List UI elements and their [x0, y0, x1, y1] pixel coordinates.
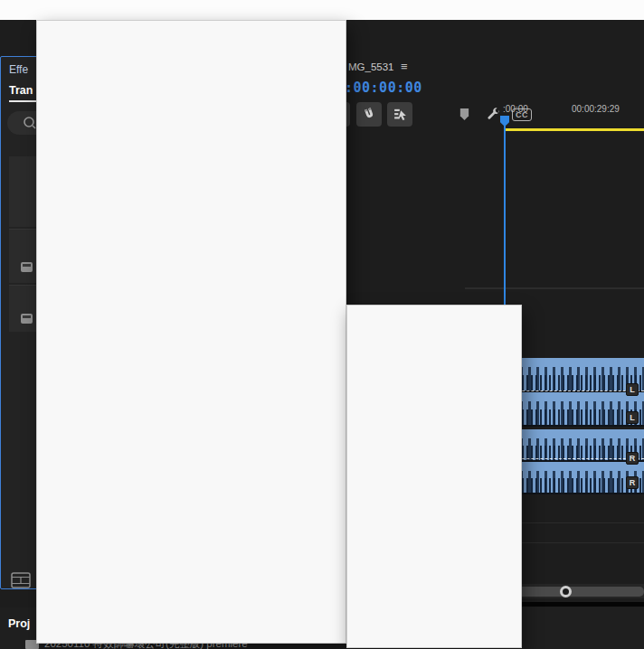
menubar: [0, 0, 644, 20]
channel-badge: R: [626, 476, 639, 489]
horizontal-scrollbar-thumb[interactable]: [504, 587, 644, 597]
active-tab-underline: [9, 100, 36, 102]
track-divider: [465, 287, 644, 289]
audio-clips: [504, 358, 644, 390]
channel-badge: L: [626, 383, 639, 396]
preferences-submenu: [346, 305, 522, 648]
audio-clips: [504, 429, 644, 460]
list-item[interactable]: [9, 285, 40, 332]
timeline-ruler[interactable]: [504, 118, 644, 127]
timecode-display[interactable]: :00:00:00: [345, 80, 422, 96]
snap-magnet-button[interactable]: [356, 102, 382, 127]
panel-menu-icon[interactable]: ≡: [401, 60, 408, 73]
work-area-bar[interactable]: [504, 128, 644, 131]
audio-channel-divider: [504, 458, 644, 459]
list-item[interactable]: [9, 156, 40, 227]
edit-menu: [36, 20, 346, 644]
track-divider: [504, 522, 644, 523]
audio-clips: [504, 392, 644, 425]
zoom-handle[interactable]: [560, 586, 572, 597]
search-icon: [23, 116, 37, 130]
add-marker-button[interactable]: [456, 102, 472, 127]
audio-track-2: [504, 429, 644, 494]
clip-thumbnail-icon: [21, 314, 33, 324]
search-input[interactable]: [7, 111, 40, 135]
linked-selection-button[interactable]: [387, 102, 412, 127]
video-track: [504, 326, 644, 355]
tab-effects[interactable]: Effe: [1, 57, 39, 76]
channel-badge: R: [626, 452, 639, 465]
audio-channel-divider: [504, 390, 644, 391]
timeline-tab[interactable]: MG_5531: [348, 61, 394, 72]
linked-selection-icon: [393, 107, 408, 122]
ruler-end-label: 00:00:29:29: [572, 104, 620, 114]
track-divider: [504, 542, 644, 543]
ruler-start-label: :00:00: [503, 104, 528, 114]
marker-icon: [459, 108, 470, 121]
timeline-settings-button[interactable]: [483, 102, 503, 127]
wrench-icon: [486, 107, 501, 122]
audio-clips: [504, 462, 644, 493]
tab-transcript[interactable]: Tran: [1, 76, 39, 97]
film-strip-icon: [11, 572, 31, 588]
snap-magnet-icon: [359, 105, 379, 125]
clip-thumbnail-icon: [21, 262, 33, 272]
list-item[interactable]: [9, 229, 40, 283]
channel-badge: L: [626, 411, 639, 424]
audio-track-1: [504, 358, 644, 427]
video-clips: [504, 326, 644, 355]
effects-panel: Effe Tran: [0, 56, 40, 589]
